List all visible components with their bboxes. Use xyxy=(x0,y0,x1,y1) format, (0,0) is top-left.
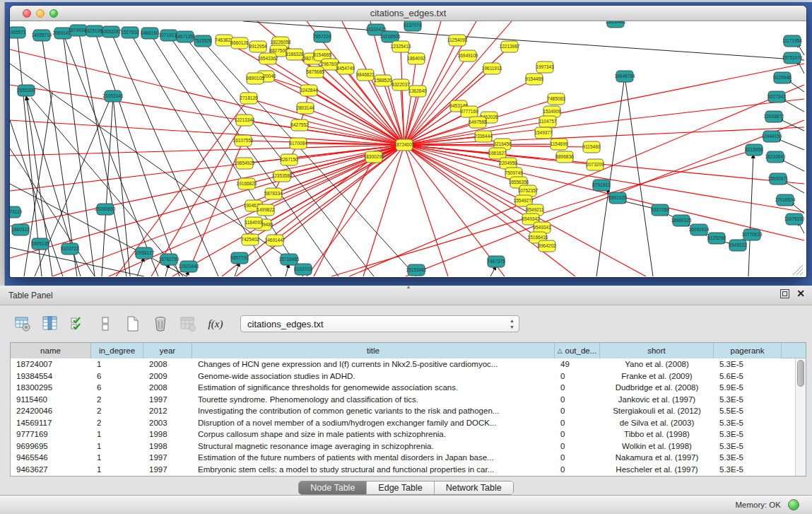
graph-node-label: 1362640 xyxy=(408,88,427,93)
graph-node-label: 16543362 xyxy=(258,56,278,61)
graph-edge[interactable] xyxy=(10,85,404,145)
graph-edge[interactable] xyxy=(10,145,404,258)
table-gear-icon[interactable] xyxy=(13,314,33,334)
table-cell: Disruption of a novel member of a sodium… xyxy=(192,417,555,429)
graph-node-label: 8896836 xyxy=(555,154,574,159)
table-row[interactable]: 977716911998Corpus callosum shape and si… xyxy=(11,428,806,440)
float-window-icon[interactable] xyxy=(780,289,789,298)
graph-node-label: 16949109 xyxy=(458,53,478,58)
table-row[interactable]: 1938455462009Genome-wide association stu… xyxy=(11,370,806,382)
graph-edge[interactable] xyxy=(63,33,95,276)
splitter-handle[interactable]: ▲ xyxy=(406,284,411,289)
table-selector-dropdown[interactable]: citations_edges.txt ▲▼ xyxy=(240,315,519,332)
table-row[interactable]: 969969511998Structural magnetic resonanc… xyxy=(11,440,806,452)
graph-edge[interactable] xyxy=(625,76,653,276)
graph-edge[interactable] xyxy=(137,257,144,276)
graph-edge[interactable] xyxy=(63,33,158,276)
stacked-squares-icon[interactable] xyxy=(95,314,115,334)
column-header-name[interactable]: name xyxy=(11,343,91,358)
graph-edge[interactable] xyxy=(404,145,804,212)
graph-edge[interactable] xyxy=(777,139,804,150)
graph-edge[interactable] xyxy=(10,145,404,191)
close-icon[interactable]: ✕ xyxy=(796,289,805,298)
tab-network-table[interactable]: Network Table xyxy=(435,481,513,494)
graph-node-label: 18226058 xyxy=(271,40,291,45)
column-header-year[interactable]: year xyxy=(143,343,192,358)
graph-node-label: 18960325 xyxy=(671,218,692,223)
delete-trash-icon[interactable] xyxy=(151,314,170,334)
citation-network-graph[interactable]: 1465571140557142069140618799344162519861… xyxy=(10,21,805,276)
graph-node-label: 8322037 xyxy=(392,82,410,87)
graph-edge[interactable] xyxy=(111,32,218,276)
graph-edge[interactable] xyxy=(406,120,804,276)
graph-edge[interactable] xyxy=(314,157,374,276)
table-row[interactable]: 911546021997Tourette syndrome. Phenomeno… xyxy=(11,394,806,406)
graph-node-label: 7467375 xyxy=(487,259,505,264)
table-cell: 5.5E-5 xyxy=(714,405,782,417)
function-builder-icon[interactable]: f(x) xyxy=(206,314,225,334)
window-title-bar[interactable]: citations_edges.txt xyxy=(10,6,806,21)
memory-ok-indicator[interactable] xyxy=(788,499,799,510)
table-cell: 5.9E-5 xyxy=(714,382,782,394)
graph-node-label: 18300295 xyxy=(364,154,384,159)
resize-grip[interactable] xyxy=(793,265,803,275)
table-body: 1872400712008Changes of HCN gene express… xyxy=(11,358,806,476)
table-cell: 9115460 xyxy=(11,394,91,406)
graph-edge[interactable] xyxy=(10,64,303,269)
table-toolbar: f(x) citations_edges.txt ▲▼ xyxy=(0,305,812,342)
column-header-short[interactable]: short xyxy=(600,343,714,358)
table-column-icon[interactable] xyxy=(40,314,60,334)
table-row[interactable]: 1872400712008Changes of HCN gene express… xyxy=(11,358,806,370)
table-cell: 5.3E-5 xyxy=(714,464,782,476)
column-header-label: pagerank xyxy=(731,346,765,355)
table-panel-header: ▲ Table Panel ✕ xyxy=(0,286,812,305)
table-cell: 1 xyxy=(91,428,143,440)
graph-edge[interactable] xyxy=(596,76,625,276)
table-cell: 2 xyxy=(91,405,143,417)
graph-node-label: 1588520 xyxy=(374,78,392,83)
column-header-in-degree[interactable]: in_degree xyxy=(91,343,143,358)
column-header-out-de-[interactable]: △out_de... xyxy=(555,343,600,358)
table-row[interactable]: 1830029562008Estimation of significance … xyxy=(11,382,806,394)
table-cell: Corpus callosum shape and size in male p… xyxy=(192,428,555,440)
table-row[interactable]: 1456911722003Disruption of a novel membe… xyxy=(11,417,806,429)
table-cell: 0 xyxy=(555,464,600,476)
graph-edge[interactable] xyxy=(404,127,804,145)
graph-node-label: 18724007 xyxy=(394,142,415,147)
network-canvas[interactable]: 1465571140557142069140618799344162519861… xyxy=(10,21,805,276)
tab-node-table[interactable]: Node Table xyxy=(299,481,367,494)
graph-edge[interactable] xyxy=(404,59,416,145)
table-row[interactable]: 946554611997Estimation of the future num… xyxy=(11,452,806,464)
column-header-title[interactable]: title xyxy=(192,343,555,358)
cytoscape-app: citations_edges.txt 14655711405571420691… xyxy=(0,0,812,514)
graph-edge[interactable] xyxy=(309,90,404,145)
table-cell: 5.3E-5 xyxy=(714,394,782,406)
table-cell: Wolkin et al. (1998) xyxy=(600,440,714,452)
graph-node-label: 6791913 xyxy=(592,182,611,187)
graph-node-label: 7425402 xyxy=(241,237,259,242)
graph-node-label: 10653287 xyxy=(101,29,122,34)
tab-edge-table[interactable]: Edge Table xyxy=(367,481,434,494)
table-cell: Structural magnetic resonance image aver… xyxy=(192,440,555,452)
graph-edge[interactable] xyxy=(404,145,804,240)
graph-node-label: 1549377 xyxy=(534,130,553,135)
vertical-scrollbar[interactable] xyxy=(795,358,806,476)
graph-node-label: 8549211 xyxy=(526,207,544,212)
graph-edge[interactable] xyxy=(151,120,245,276)
new-document-icon[interactable] xyxy=(123,314,143,334)
graph-edge[interactable] xyxy=(404,145,448,276)
table-row[interactable]: 946362711997Embryonic stem cells: a mode… xyxy=(11,464,806,476)
column-header-pagerank[interactable]: pagerank xyxy=(714,343,782,358)
graph-edge[interactable] xyxy=(102,96,113,276)
table-cell: 2008 xyxy=(143,382,192,394)
graph-edge[interactable] xyxy=(748,154,753,276)
graph-edge[interactable] xyxy=(95,31,180,276)
graph-edge[interactable] xyxy=(10,148,95,276)
column-checklist-icon[interactable] xyxy=(68,314,88,334)
table-row[interactable]: 2242004622012Investigating the contribut… xyxy=(11,405,806,417)
scrollbar-thumb[interactable] xyxy=(797,360,804,387)
graph-edge[interactable] xyxy=(286,264,289,276)
graph-edge[interactable] xyxy=(247,145,404,184)
graph-edge[interactable] xyxy=(249,98,404,145)
graph-node-label: 10274119 xyxy=(10,209,23,214)
